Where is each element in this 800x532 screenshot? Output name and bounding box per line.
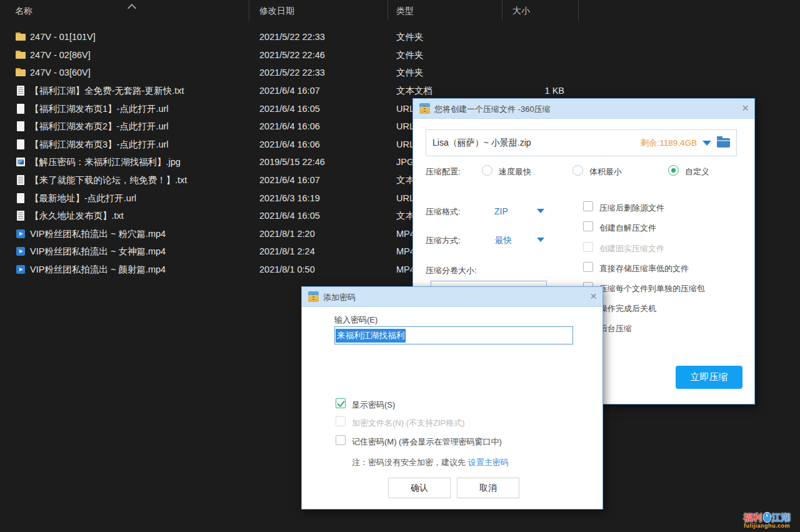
watermark-text-right: 江湖: [772, 512, 791, 523]
file-name: 【福利江湖发布页2】-点此打开.url: [30, 121, 169, 133]
table-row[interactable]: 247V - 02[86V] 2021/5/22 22:46 文件夹: [0, 46, 800, 64]
file-date: 2021/6/4 16:07: [259, 175, 320, 185]
file-icon: [15, 139, 26, 150]
compress-config-label: 压缩配置:: [426, 166, 461, 178]
watermark-text-left: 福利: [744, 512, 762, 523]
confirm-button[interactable]: 确认: [388, 478, 451, 498]
close-icon[interactable]: ×: [742, 101, 749, 116]
column-header-date[interactable]: 修改日期: [259, 6, 294, 17]
sort-ascending-icon[interactable]: [128, 4, 136, 13]
cancel-button[interactable]: 取消: [457, 478, 519, 498]
radio-smallest-size-label[interactable]: 体积最小: [589, 166, 622, 178]
radio-fastest-speed-label[interactable]: 速度最快: [499, 166, 531, 178]
watermark-logo: 福利江湖 fulijianghu.com: [736, 512, 798, 529]
column-header-type[interactable]: 类型: [396, 6, 414, 17]
checkbox-show-password-label[interactable]: 显示密码(S): [352, 399, 395, 411]
file-name: 【福利江湖发布页1】-点此打开.url: [30, 103, 169, 114]
checkbox-store-low-ratio[interactable]: [583, 262, 593, 272]
checkbox-encrypt-filenames: [336, 416, 346, 426]
checkbox-remember-password-label[interactable]: 记住密码(M) (将会显示在管理密码窗口中): [352, 436, 502, 448]
compress-now-button[interactable]: 立即压缩: [676, 366, 742, 389]
close-icon[interactable]: ×: [590, 289, 597, 304]
selected-password-text: 来福利江湖找福利: [336, 329, 406, 343]
file-name: 247V - 03[60V]: [30, 68, 91, 78]
browse-folder-icon[interactable]: [717, 138, 730, 148]
method-label: 压缩方式:: [426, 235, 461, 246]
dialog-titlebar[interactable]: 添加密码 ×: [302, 287, 602, 307]
column-divider[interactable]: [578, 0, 579, 21]
radio-smallest-size[interactable]: [572, 165, 583, 176]
file-date: 2021/8/1 0:50: [259, 264, 315, 274]
file-icon: [15, 31, 26, 43]
format-select-value[interactable]: ZIP: [494, 206, 508, 216]
password-note: 注：密码没有安全加密，建议先: [352, 458, 468, 467]
method-dropdown-icon[interactable]: [537, 238, 544, 242]
file-name: 【福利江湖发布页3】-点此打开.url: [30, 138, 169, 150]
checkbox-delete-source[interactable]: [583, 201, 593, 211]
column-divider[interactable]: [502, 0, 502, 21]
dialog-title: 您将创建一个压缩文件 -360压缩: [434, 104, 551, 115]
file-date: 2021/8/1 2:24: [259, 246, 315, 256]
column-divider[interactable]: [249, 0, 249, 21]
watermark-url: fulijianghu.com: [736, 523, 798, 529]
file-type: 文件夹: [396, 31, 424, 43]
method-select-value[interactable]: 最快: [495, 235, 512, 246]
file-type: URL: [396, 121, 414, 131]
zip-file-icon: [419, 103, 430, 114]
checkbox-show-password[interactable]: [336, 398, 346, 408]
column-header-name[interactable]: 名称: [15, 6, 32, 17]
checkbox-remember-password[interactable]: [336, 435, 346, 445]
set-master-password-link[interactable]: 设置主密码: [468, 458, 509, 467]
file-date: 2021/6/4 16:06: [259, 139, 320, 149]
table-row[interactable]: 【福利江湖】全免费-无套路-更新快.txt 2021/6/4 16:07 文本文…: [0, 82, 800, 100]
file-date: 2021/6/3 16:19: [259, 193, 320, 203]
file-icon: [15, 67, 26, 78]
file-type: JPG: [396, 157, 414, 167]
file-icon: [15, 49, 26, 61]
file-date: 2021/6/4 16:05: [259, 104, 320, 114]
column-divider[interactable]: [388, 0, 388, 21]
volume-size-label: 压缩分卷大小:: [426, 265, 477, 276]
desktop: 名称 修改日期 类型 大小 247V - 01[101V] 2021/5/22 …: [0, 0, 800, 532]
column-header-size[interactable]: 大小: [512, 6, 530, 17]
file-type: URL: [396, 104, 414, 114]
file-name: 【解压密码：来福利江湖找福利】.jpg: [30, 156, 181, 168]
checkbox-solid-archive-label: 创建固实压缩文件: [599, 243, 664, 254]
mouse-icon: [763, 512, 771, 523]
file-icon: [15, 193, 26, 204]
checkbox-self-extracting[interactable]: [583, 221, 593, 231]
dialog-titlebar[interactable]: 您将创建一个压缩文件 -360压缩 ×: [413, 99, 754, 119]
disk-remaining-label: 剩余:1189.4GB: [640, 138, 697, 149]
checkbox-shutdown-after-label[interactable]: 操作完成后关机: [599, 303, 656, 314]
checkbox-store-low-ratio-label[interactable]: 直接存储压缩率低的文件: [599, 263, 689, 274]
table-row[interactable]: 247V - 01[101V] 2021/5/22 22:33 文件夹: [0, 28, 800, 46]
radio-custom[interactable]: [668, 165, 679, 176]
file-name: 247V - 01[101V]: [30, 32, 96, 42]
radio-fastest-speed[interactable]: [482, 165, 492, 176]
file-date: 2021/6/4 16:06: [259, 121, 320, 131]
file-date: 2021/6/4 16:07: [259, 86, 320, 96]
file-icon: [15, 156, 26, 168]
file-name: VIP粉丝团私拍流出 ~ 粉穴篇.mp4: [30, 228, 166, 239]
file-name: VIP粉丝团私拍流出 ~ 女神篇.mp4: [30, 246, 166, 258]
table-row[interactable]: 247V - 03[60V] 2021/5/22 22:33 文件夹: [0, 64, 800, 82]
checkbox-separate-archives-label[interactable]: 压缩每个文件到单独的压缩包: [599, 283, 705, 294]
add-password-dialog: 添加密码 × 输入密码(E) 来福利江湖找福利 显示密码(S) 加密文件名(N)…: [301, 286, 603, 509]
checkbox-delete-source-label[interactable]: 压缩后删除源文件: [599, 203, 664, 214]
radio-custom-label[interactable]: 自定义: [685, 166, 709, 178]
chevron-down-icon[interactable]: [702, 141, 711, 146]
file-icon: [15, 264, 26, 275]
file-icon: [15, 85, 26, 96]
archive-filename-field[interactable]: Lisa（丽萨）~ 小景甜.zip 剩余:1189.4GB: [426, 129, 737, 156]
format-dropdown-icon[interactable]: [537, 209, 544, 213]
checkbox-self-extracting-label[interactable]: 创建自解压文件: [599, 223, 656, 234]
password-input-label: 输入密码(E): [334, 314, 378, 326]
file-name: VIP粉丝团私拍流出 ~ 颜射篇.mp4: [30, 264, 166, 276]
file-date: 2021/5/22 22:33: [259, 32, 325, 42]
file-type: URL: [396, 139, 414, 149]
checkbox-background-compress-label[interactable]: 后台压缩: [599, 323, 632, 334]
file-icon: [15, 103, 26, 114]
archive-filename[interactable]: Lisa（丽萨）~ 小景甜.zip: [432, 138, 634, 149]
password-input[interactable]: 来福利江湖找福利: [334, 326, 573, 344]
format-label: 压缩格式:: [426, 206, 461, 218]
